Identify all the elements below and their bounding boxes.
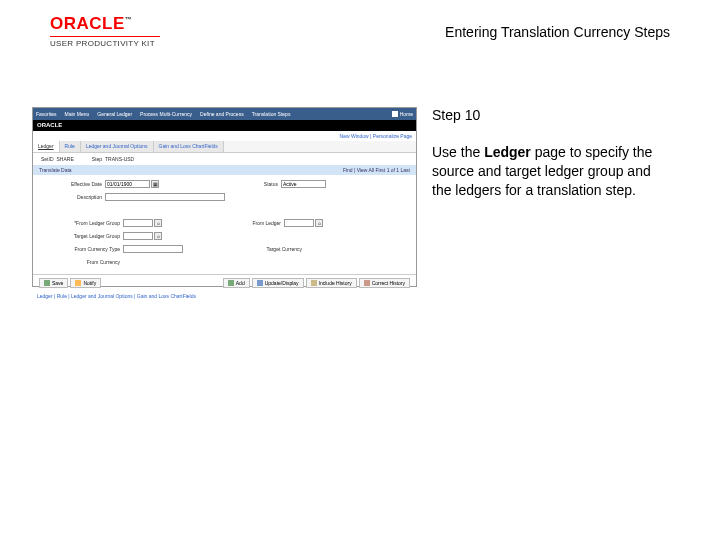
description-field[interactable] (105, 193, 225, 201)
tab-gain-loss-chartfields[interactable]: Gain and Loss ChartFields (154, 141, 224, 152)
nav-define-process[interactable]: Define and Process (200, 111, 244, 117)
nav-main-menu[interactable]: Main Menu (65, 111, 90, 117)
from-ledger-label: From Ledger (222, 220, 284, 226)
setid-label: SetID (41, 156, 54, 162)
step-value: TRANS-USD (105, 156, 134, 162)
sub-links[interactable]: New Window | Personalize Page (33, 131, 416, 141)
nav-favorites[interactable]: Favorites (36, 111, 57, 117)
correct-icon (364, 280, 370, 286)
status-field[interactable]: Active (281, 180, 326, 188)
setid-value: SHARE (57, 156, 74, 162)
save-button[interactable]: Save (39, 278, 68, 288)
add-button[interactable]: Add (223, 278, 250, 288)
lookup-icon[interactable]: ⌕ (154, 232, 162, 240)
effdate-field[interactable]: 01/01/1900 (105, 180, 150, 188)
include-history-button[interactable]: Include History (306, 278, 357, 288)
oracle-logo: ORACLE™ (50, 14, 160, 34)
step-label: Step (92, 156, 102, 162)
page-title: Entering Translation Currency Steps (445, 24, 670, 40)
page-tabs: Ledger Rule Ledger and Journal Options G… (33, 141, 416, 153)
info-row: SetID SHARE Step TRANS-USD (33, 153, 416, 165)
application-screenshot: Favorites Main Menu General Ledger Proce… (32, 107, 417, 287)
from-ledger-group-label: *From Ledger Group (43, 220, 123, 226)
from-currency-type-label: From Currency Type (43, 246, 123, 252)
lookup-icon[interactable]: ⌕ (315, 219, 323, 227)
tab-ledger-journal-options[interactable]: Ledger and Journal Options (81, 141, 154, 152)
section-header: Translate Data Find | View All First 1 o… (33, 165, 416, 175)
add-icon (228, 280, 234, 286)
brand-block: ORACLE™ USER PRODUCTIVITY KIT (50, 14, 160, 48)
from-currency-label: From Currency (43, 259, 123, 265)
step-instruction: Use the Ledger page to specify the sourc… (432, 143, 672, 200)
section-title: Translate Data (39, 167, 72, 173)
footer-links[interactable]: Ledger | Rule | Ledger and Journal Optio… (33, 291, 416, 301)
save-icon (44, 280, 50, 286)
lookup-icon[interactable]: ⌕ (154, 219, 162, 227)
tab-ledger[interactable]: Ledger (33, 141, 60, 152)
target-ledger-group-field[interactable] (123, 232, 153, 240)
description-label: Description (43, 194, 105, 200)
notify-button[interactable]: Notify (70, 278, 101, 288)
update-icon (257, 280, 263, 286)
from-currency-type-field[interactable] (123, 245, 183, 253)
nav-general-ledger[interactable]: General Ledger (97, 111, 132, 117)
home-icon (392, 111, 398, 117)
step-number: Step 10 (432, 107, 672, 123)
status-label: Status (219, 181, 281, 187)
target-currency-label: Target Currency (243, 246, 305, 252)
effdate-label: Effective Date (43, 181, 105, 187)
app-brand-bar: ORACLE (33, 120, 416, 131)
correct-history-button[interactable]: Correct History (359, 278, 410, 288)
update-display-button[interactable]: Update/Display (252, 278, 304, 288)
notify-icon (75, 280, 81, 286)
breadcrumb-bar: Favorites Main Menu General Ledger Proce… (33, 108, 416, 120)
nav-process-multi-currency[interactable]: Process Multi-Currency (140, 111, 192, 117)
from-ledger-group-field[interactable] (123, 219, 153, 227)
brand-divider (50, 36, 160, 37)
from-ledger-field[interactable] (284, 219, 314, 227)
calendar-icon[interactable]: ▦ (151, 180, 159, 188)
home-link[interactable]: Home (392, 111, 413, 117)
form-area: Effective Date 01/01/1900 ▦ Status Activ… (33, 175, 416, 274)
history-icon (311, 280, 317, 286)
section-nav[interactable]: Find | View All First 1 of 1 Last (343, 167, 410, 173)
target-ledger-group-label: Target Ledger Group (43, 233, 123, 239)
button-bar: Save Notify Add Update/Display Include H… (33, 274, 416, 291)
brand-subtitle: USER PRODUCTIVITY KIT (50, 39, 160, 48)
instruction-sidebar: Step 10 Use the Ledger page to specify t… (432, 107, 672, 200)
nav-translation-steps[interactable]: Translation Steps (252, 111, 291, 117)
tab-rule[interactable]: Rule (60, 141, 81, 152)
